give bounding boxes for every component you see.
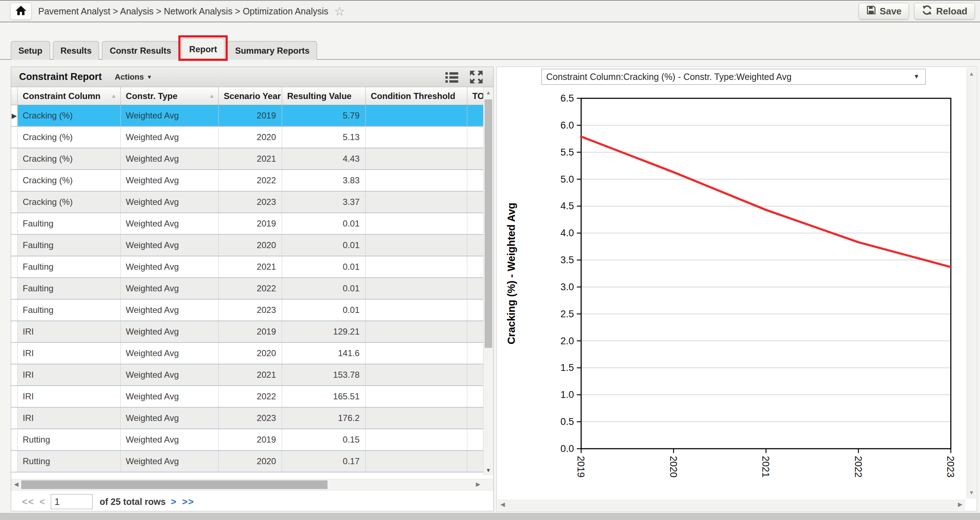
tab-results[interactable]: Results	[53, 41, 99, 60]
tab-setup[interactable]: Setup	[11, 41, 50, 60]
save-button[interactable]: Save	[859, 3, 909, 19]
breadcrumb[interactable]: Pavement Analyst > Analysis > Network An…	[38, 6, 328, 17]
pager-last-button[interactable]: >>	[182, 496, 194, 507]
y-tick-label: 2.0	[560, 336, 574, 346]
table-row[interactable]: IRIWeighted Avg2019129.21	[11, 321, 493, 343]
pagination-bar: << < of 25 total rows > >>	[11, 492, 493, 511]
scroll-left-icon[interactable]: ◀	[14, 481, 18, 488]
cell-condition-threshold	[366, 451, 467, 472]
cell-scenario-year: 2020	[219, 451, 282, 472]
y-tick-label: 1.5	[560, 362, 574, 373]
row-marker-cell	[11, 407, 18, 428]
scroll-right-icon[interactable]: ▶	[958, 501, 963, 508]
scroll-down-icon[interactable]: ▼	[967, 489, 976, 496]
y-tick-label: 5.5	[560, 147, 574, 158]
table-row[interactable]: Cracking (%)Weighted Avg20233.37	[11, 192, 493, 213]
scroll-up-icon[interactable]: ▲	[484, 89, 493, 95]
cell-constr-type: Weighted Avg	[121, 170, 219, 191]
table-row[interactable]: Cracking (%)Weighted Avg20205.13	[11, 127, 493, 148]
chart-vertical-scrollbar[interactable]: ▲ ▼	[967, 68, 976, 498]
cell-resulting-value: 5.13	[282, 127, 366, 147]
cell-condition-threshold	[366, 170, 467, 191]
y-tick-label: 6.0	[560, 120, 574, 131]
scroll-up-icon[interactable]: ▲	[967, 71, 976, 77]
expand-icon-button[interactable]	[469, 70, 484, 84]
table-row[interactable]: FaultingWeighted Avg20190.01	[11, 213, 493, 235]
y-tick-label: 4.0	[560, 228, 574, 238]
cell-resulting-value: 129.21	[282, 321, 366, 342]
scroll-left-icon[interactable]: ◀	[500, 501, 505, 508]
cell-constr-type: Weighted Avg	[121, 407, 219, 428]
scrollbar-thumb[interactable]	[485, 99, 492, 348]
cell-constraint-column: Cracking (%)	[18, 148, 121, 169]
table-row[interactable]: IRIWeighted Avg2020141.6	[11, 343, 493, 365]
cell-condition-threshold	[366, 192, 467, 212]
tab-summary-reports[interactable]: Summary Reports	[228, 41, 317, 60]
home-button[interactable]	[10, 3, 32, 20]
chevron-down-icon: ▼	[146, 74, 152, 80]
tab-report[interactable]: Report	[181, 38, 224, 60]
column-header-constr-type[interactable]: Constr. Type ▲	[121, 87, 219, 105]
chart-horizontal-scrollbar[interactable]: ◀ ▶	[498, 499, 965, 510]
pager-first-button[interactable]: <<	[22, 496, 34, 507]
scrollbar-thumb[interactable]	[21, 480, 328, 489]
cell-constraint-column: Faulting	[18, 235, 121, 256]
column-header-label: TO	[473, 91, 484, 101]
list-view-icon-button[interactable]	[444, 70, 460, 84]
tab-constr-results-label: Constr Results	[110, 46, 171, 56]
table-vertical-scrollbar[interactable]: ▲ ▼	[483, 87, 493, 476]
cell-constr-type: Weighted Avg	[121, 235, 219, 256]
y-tick-label: 6.5	[560, 93, 574, 104]
cell-constr-type: Weighted Avg	[121, 343, 219, 364]
table-horizontal-scrollbar[interactable]: ◀ ▶	[11, 479, 493, 490]
cell-resulting-value: 0.17	[282, 451, 366, 472]
table-row[interactable]: Cracking (%)Weighted Avg20214.43	[11, 148, 493, 170]
table-row[interactable]: IRIWeighted Avg2022165.51	[11, 386, 493, 407]
cell-scenario-year: 2021	[219, 365, 282, 385]
scroll-right-icon[interactable]: ▶	[476, 481, 480, 488]
cell-scenario-year: 2020	[219, 235, 282, 256]
table-row[interactable]: FaultingWeighted Avg20230.01	[11, 300, 493, 321]
cell-resulting-value: 0.01	[282, 257, 366, 277]
x-tick-label: 2022	[853, 456, 864, 477]
tab-results-label: Results	[60, 46, 92, 56]
column-header-label: Constraint Column	[23, 91, 100, 101]
cell-condition-threshold	[366, 321, 467, 342]
cell-condition-threshold	[366, 257, 467, 277]
column-header-resulting-value[interactable]: Resulting Value	[282, 87, 366, 105]
table-row[interactable]: ▶Cracking (%)Weighted Avg20195.79	[11, 105, 493, 127]
chart-series-select[interactable]: Constraint Column:Cracking (%) - Constr.…	[541, 69, 926, 85]
cell-constr-type: Weighted Avg	[121, 386, 219, 407]
column-header-condition-threshold[interactable]: Condition Threshold	[366, 87, 467, 105]
pager-page-input[interactable]	[51, 494, 92, 509]
table-row[interactable]: IRIWeighted Avg2021153.78	[11, 365, 493, 386]
actions-menu-button[interactable]: Actions ▼	[115, 72, 153, 82]
tab-constr-results[interactable]: Constr Results	[102, 41, 179, 60]
sort-asc-icon: ▲	[208, 92, 215, 100]
x-tick-label: 2020	[668, 456, 679, 477]
row-marker-cell	[11, 192, 18, 212]
cell-constr-type: Weighted Avg	[121, 300, 219, 320]
pager-next-button[interactable]: >	[171, 496, 177, 507]
cell-scenario-year: 2019	[219, 105, 282, 126]
cell-constr-type: Weighted Avg	[121, 257, 219, 277]
scroll-down-icon[interactable]: ▼	[484, 467, 493, 473]
table-row[interactable]: FaultingWeighted Avg20220.01	[11, 278, 493, 300]
cell-constraint-column: Cracking (%)	[18, 127, 121, 147]
table-row[interactable]: RuttingWeighted Avg20200.17	[11, 451, 493, 472]
favorite-star-icon[interactable]: ☆	[334, 5, 345, 17]
table-row[interactable]: RuttingWeighted Avg20190.15	[11, 429, 493, 451]
table-row[interactable]: IRIWeighted Avg2023176.2	[11, 407, 493, 429]
table-row[interactable]: Cracking (%)Weighted Avg20223.83	[11, 170, 493, 192]
column-header-scenario-year[interactable]: Scenario Year ▲	[219, 87, 282, 105]
cell-resulting-value: 0.15	[282, 429, 366, 450]
cell-condition-threshold	[366, 343, 467, 364]
table-row[interactable]: FaultingWeighted Avg20200.01	[11, 235, 493, 257]
row-marker-cell	[11, 213, 18, 234]
column-header-constraint-column[interactable]: Constraint Column ▲	[18, 87, 121, 105]
reload-button[interactable]: Reload	[914, 3, 975, 19]
pager-prev-button[interactable]: <	[39, 496, 45, 507]
column-header-label: Resulting Value	[287, 91, 352, 101]
table-row[interactable]: FaultingWeighted Avg20210.01	[11, 257, 493, 278]
chart-panel: Constraint Column:Cracking (%) - Constr.…	[496, 67, 977, 511]
